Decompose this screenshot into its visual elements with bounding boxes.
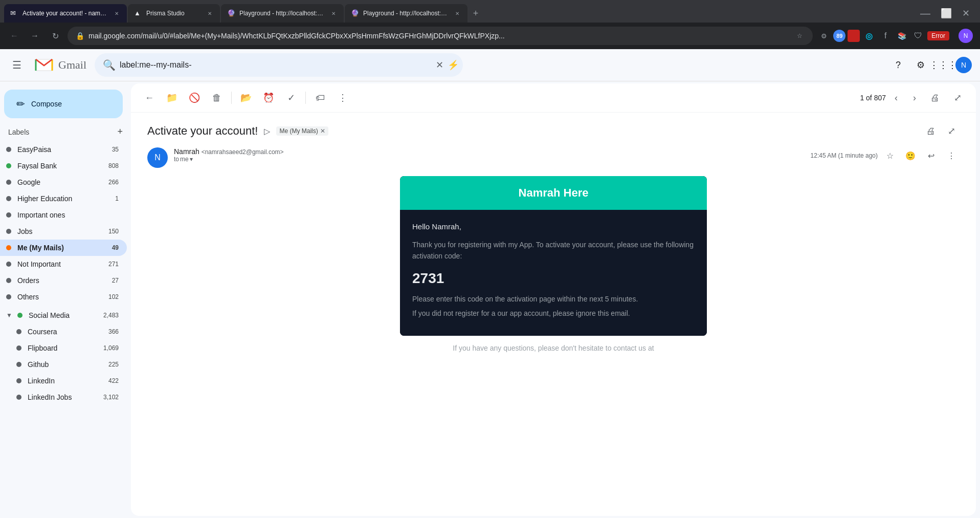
emoji-reaction-icon[interactable]: 🙂 xyxy=(902,147,919,164)
reply-icon[interactable]: ↩ xyxy=(923,147,939,164)
ext-icon-6[interactable]: 📚 xyxy=(895,29,909,43)
label-dot xyxy=(6,245,11,250)
address-bar: ← → ↻ 🔒 mail.google.com/mail/u/0/#label/… xyxy=(0,23,980,49)
gmail-app: ☰ Gmail 🔍 ✕ ⚡ ? ⚙ ⋮⋮⋮ N xyxy=(0,49,980,518)
label-name: Github xyxy=(28,360,102,369)
compose-label: Compose xyxy=(31,100,62,108)
spam-button[interactable]: 🚫 xyxy=(184,88,205,108)
next-email-button[interactable]: › xyxy=(906,90,923,106)
ext-icon-1[interactable]: ⚙ xyxy=(817,29,831,43)
tab-2-close[interactable]: ✕ xyxy=(206,9,214,17)
label-item-jobs[interactable]: Jobs 150 xyxy=(0,223,127,240)
search-clear-icon[interactable]: ✕ xyxy=(436,59,443,71)
label-name: Higher Education xyxy=(17,195,109,203)
label-name: Social Media xyxy=(29,311,97,319)
print-icon[interactable]: 🖨 xyxy=(923,123,939,139)
tab-1[interactable]: ✉ Activate your account! - namra... ✕ xyxy=(4,4,127,23)
star-icon[interactable]: ☆ xyxy=(882,147,898,164)
profile-button[interactable]: N xyxy=(957,28,974,44)
label-item-not-important[interactable]: Not Important 271 xyxy=(0,256,127,272)
label-item-google[interactable]: Google 266 xyxy=(0,174,127,190)
add-label-button[interactable]: + xyxy=(117,126,123,137)
tab-4-close[interactable]: ✕ xyxy=(453,9,461,17)
help-button[interactable]: ? xyxy=(888,55,908,75)
print-button[interactable]: 🖨 xyxy=(925,88,945,108)
email-time: 12:45 AM (1 minute ago) xyxy=(811,152,878,159)
more-options-icon[interactable]: ⋮ xyxy=(943,147,960,164)
search-bar[interactable]: 🔍 ✕ ⚡ xyxy=(95,53,463,77)
ext-icon-2[interactable]: 89 xyxy=(833,30,845,42)
sidebar: ✏ Compose Labels + EasyPaisa 35 Faysal B… xyxy=(0,81,131,518)
prev-email-button[interactable]: ‹ xyxy=(888,90,904,106)
tab-1-close[interactable]: ✕ xyxy=(113,9,121,17)
url-bar[interactable]: 🔒 mail.google.com/mail/u/0/#label/Me+(My… xyxy=(68,27,813,45)
forward-button[interactable]: → xyxy=(27,28,43,44)
tab-4[interactable]: 🔮 Playground - http://localhost:5... ✕ xyxy=(345,4,467,23)
label-count: 49 xyxy=(112,244,119,251)
tab-bar: ✉ Activate your account! - namra... ✕ ▲ … xyxy=(0,0,980,23)
label-chip-close[interactable]: ✕ xyxy=(320,127,325,135)
back-button[interactable]: ← xyxy=(6,28,23,44)
label-item-others[interactable]: Others 102 xyxy=(0,289,127,305)
label-item-important-ones[interactable]: Important ones xyxy=(0,207,127,223)
ext-icon-7[interactable]: 🛡 xyxy=(911,29,925,43)
move-to-button[interactable]: 📂 xyxy=(236,88,256,108)
snooze-button[interactable]: ⏰ xyxy=(258,88,279,108)
tab-3[interactable]: 🔮 Playground - http://localhost:5... ✕ xyxy=(221,4,344,23)
label-item-easypaisa[interactable]: EasyPaisa 35 xyxy=(0,141,127,158)
ext-icon-4[interactable]: ◎ xyxy=(862,29,876,43)
reload-button[interactable]: ↻ xyxy=(47,28,63,44)
label-item-orders[interactable]: Orders 27 xyxy=(0,272,127,289)
label-count: 271 xyxy=(108,261,119,268)
label-item-me-my-mails[interactable]: Me (My Mails) 49 xyxy=(0,240,127,256)
ext-icon-3[interactable] xyxy=(848,30,860,42)
new-window-icon[interactable]: ⤢ xyxy=(943,123,960,139)
label-item-linkedin-jobs[interactable]: LinkedIn Jobs 3,102 xyxy=(0,389,127,405)
label-count: 2,483 xyxy=(103,312,119,319)
email-body-text-1: Thank you for registering with my App. T… xyxy=(412,239,695,262)
apps-button[interactable]: ⋮⋮⋮ xyxy=(933,55,953,75)
back-to-list-button[interactable]: ← xyxy=(139,88,160,108)
close-button[interactable]: ✕ xyxy=(958,8,974,19)
archive-button[interactable]: 📁 xyxy=(162,88,182,108)
user-avatar[interactable]: N xyxy=(955,57,972,73)
mark-done-button[interactable]: ✓ xyxy=(281,88,301,108)
open-in-new-button[interactable]: ⤢ xyxy=(947,88,968,108)
label-item-linkedin[interactable]: LinkedIn 422 xyxy=(0,373,127,389)
label-item-github[interactable]: Github 225 xyxy=(0,356,127,373)
label-button[interactable]: 🏷 xyxy=(310,88,330,108)
settings-button[interactable]: ⚙ xyxy=(910,55,931,75)
to-me-dropdown[interactable]: to me ▾ xyxy=(174,156,805,163)
hamburger-menu-icon[interactable]: ☰ xyxy=(8,55,26,75)
label-dot xyxy=(16,329,21,334)
minimize-button[interactable]: — xyxy=(916,8,934,19)
delete-button[interactable]: 🗑 xyxy=(207,88,227,108)
new-tab-button[interactable]: + xyxy=(469,6,483,20)
email-content: Hello Namrah, Thank you for registering … xyxy=(400,210,707,336)
tab-3-close[interactable]: ✕ xyxy=(329,9,338,17)
more-actions-button[interactable]: ⋮ xyxy=(332,88,353,108)
bookmark-icon[interactable]: ☆ xyxy=(794,31,805,41)
email-subject-row: Activate your account! ▷ Me (My Mails) ✕… xyxy=(147,123,960,139)
email-banner-title: Namrah Here xyxy=(410,186,697,200)
label-item-coursera[interactable]: Coursera 366 xyxy=(0,323,127,340)
label-dot xyxy=(16,395,21,400)
label-count: 808 xyxy=(108,162,119,169)
search-filter-icon[interactable]: ⚡ xyxy=(448,59,459,71)
label-item-faysalbank[interactable]: Faysal Bank 808 xyxy=(0,158,127,174)
label-item-flipboard[interactable]: Flipboard 1,069 xyxy=(0,340,127,356)
label-name: Me (My Mails) xyxy=(17,244,106,252)
compose-button[interactable]: ✏ Compose xyxy=(4,90,123,118)
label-item-social-media[interactable]: ▼ Social Media 2,483 xyxy=(0,307,127,323)
ext-icon-5[interactable]: f xyxy=(878,29,893,43)
search-input[interactable] xyxy=(120,60,432,70)
email-view: Activate your account! ▷ Me (My Mails) ✕… xyxy=(131,113,976,516)
maximize-button[interactable]: ⬜ xyxy=(937,8,956,19)
url-text: mail.google.com/mail/u/0/#label/Me+(My+M… xyxy=(88,32,790,40)
label-item-higher-education[interactable]: Higher Education 1 xyxy=(0,190,127,207)
sender-info: Namrah <namrahsaeed2@gmail.com> to me ▾ xyxy=(174,147,805,163)
label-dot xyxy=(6,212,11,218)
tab-2[interactable]: ▲ Prisma Studio ✕ xyxy=(128,4,220,23)
email-body: Namrah Here Hello Namrah, Thank you for … xyxy=(400,176,707,336)
label-chip[interactable]: Me (My Mails) ✕ xyxy=(276,126,328,136)
